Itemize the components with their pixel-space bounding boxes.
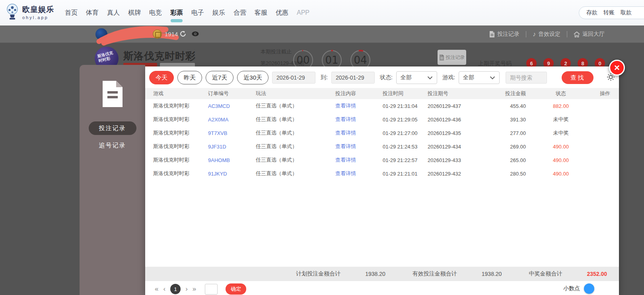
cell-bet-time: 01-29 21:22:57 <box>383 157 428 163</box>
order-number-link[interactable]: 9AHOMB <box>208 157 256 163</box>
menu-item[interactable]: 电子 <box>191 9 204 17</box>
to-label: 到: <box>321 74 328 81</box>
brand-name: 欧皇娱乐 <box>22 4 54 15</box>
deposit-link[interactable]: 存款 <box>586 9 597 16</box>
eye-icon[interactable] <box>191 30 199 39</box>
order-number-link[interactable]: 9JF31D <box>208 144 256 150</box>
total-label: 计划投注金额合计 <box>296 270 340 277</box>
document-icon <box>439 55 444 61</box>
menu-item[interactable]: 合营 <box>233 9 246 17</box>
menu-item[interactable]: 棋牌 <box>128 9 141 17</box>
view-details-link[interactable]: 查看详情 <box>335 129 383 137</box>
order-number-link[interactable]: A2X0MA <box>208 117 256 123</box>
first-page-button[interactable]: « <box>155 284 158 294</box>
total-value: 2352.00 <box>587 271 607 277</box>
decimal-label: 小数点 <box>563 285 580 292</box>
coin-icon <box>153 29 162 39</box>
total-segment: 计划投注金额合计 1938.20 <box>296 270 385 277</box>
modal-close-button[interactable]: × <box>609 60 625 76</box>
status-badge: 490.00 <box>533 157 589 163</box>
cell-bet-time: 01-29 21:27:00 <box>383 130 428 136</box>
quick-range-button[interactable]: 近7天 <box>206 71 233 84</box>
back-lobby-link[interactable]: 返回大厅 <box>574 31 605 38</box>
order-number-link[interactable]: 9T7XVB <box>208 130 256 136</box>
last-page-button[interactable]: » <box>193 284 196 294</box>
game-select[interactable]: 全部 <box>459 71 500 84</box>
total-segment: 中奖金额合计 2352.00 <box>529 270 607 277</box>
view-details-link[interactable]: 查看详情 <box>335 156 383 164</box>
status-badge: 490.00 <box>533 144 589 150</box>
bet-record-button[interactable]: 投注记录 <box>438 50 466 65</box>
cell-amount: 265.00 <box>489 157 533 163</box>
date-from-input[interactable] <box>272 72 315 84</box>
cell-amount: 391.30 <box>489 117 533 123</box>
menu-item[interactable]: 彩票 <box>170 9 183 17</box>
decimal-toggle[interactable] <box>584 283 594 294</box>
sound-settings-link[interactable]: ♪ 音效设定 <box>533 31 560 38</box>
cell-period: 20260129-434 <box>428 144 489 150</box>
table-row: 斯洛伐克时时彩 AC3MCD 任三直选（单式） 查看详情 01-29 21:31… <box>145 99 619 113</box>
sidebar-item-chase-records[interactable]: 追号记录 <box>89 139 136 152</box>
filter-bar: 今天 昨天 近7天 近30天 到: 状态: 全部 游戏: 全部 查找 <box>145 66 619 88</box>
view-details-link[interactable]: 查看详情 <box>335 170 383 177</box>
menu-item[interactable]: 电竞 <box>149 9 162 17</box>
game-label: 游戏: <box>442 74 455 81</box>
cell-bet-time: 01-29 21:31:04 <box>383 103 428 109</box>
quick-range-button[interactable]: 近30天 <box>237 71 268 84</box>
cell-play-type: 任三直选（单式） <box>256 156 335 164</box>
cell-bet-time: 01-29 21:24:53 <box>383 144 428 150</box>
view-details-link[interactable]: 查看详情 <box>335 143 383 150</box>
cell-amount: 277.00 <box>489 130 533 136</box>
order-number-link[interactable]: AC3MCD <box>208 103 256 109</box>
cell-period: 20260129-435 <box>428 130 489 136</box>
transfer-link[interactable]: 转账 <box>603 9 615 16</box>
quick-range-button[interactable]: 昨天 <box>177 71 202 84</box>
refresh-icon[interactable] <box>179 30 187 39</box>
table-row: 斯洛伐克时时彩 91JKYD 任三直选（单式） 查看详情 01-29 21:21… <box>145 167 619 180</box>
menu-item[interactable]: 体育 <box>86 9 99 17</box>
sidebar-item-bet-records[interactable]: 投注记录 <box>89 121 136 135</box>
quick-range-button[interactable]: 今天 <box>149 71 174 84</box>
chevron-down-icon <box>490 76 495 80</box>
page-jump-confirm-button[interactable]: 确定 <box>226 283 246 295</box>
cell-game: 斯洛伐克时时彩 <box>145 116 208 123</box>
cell-play-type: 任三直选（单式） <box>256 170 335 177</box>
document-icon <box>489 31 495 37</box>
home-icon <box>574 31 580 37</box>
order-number-link[interactable]: 91JKYD <box>208 171 256 177</box>
table-row: 斯洛伐克时时彩 9T7XVB 任三直选（单式） 查看详情 01-29 21:27… <box>145 126 619 140</box>
cell-period: 20260129-436 <box>428 117 489 123</box>
withdraw-link[interactable]: 取款 <box>621 9 632 16</box>
date-to-input[interactable] <box>331 72 375 84</box>
search-button[interactable]: 查找 <box>562 71 593 84</box>
bet-record-link[interactable]: 投注记录 <box>489 31 519 38</box>
view-details-link[interactable]: 查看详情 <box>335 116 383 123</box>
total-value: 1938.20 <box>482 271 502 277</box>
trophy-ball-icon <box>6 3 19 21</box>
brand-logo[interactable]: 欧皇娱乐 ohyl.app <box>6 3 54 21</box>
table-row: 斯洛伐克时时彩 9AHOMB 任三直选（单式） 查看详情 01-29 21:22… <box>145 153 619 167</box>
period-search-input[interactable] <box>506 72 547 84</box>
total-label: 中奖金额合计 <box>529 270 562 277</box>
music-note-icon: ♪ <box>533 31 536 38</box>
prev-page-button[interactable]: ‹ <box>163 284 165 294</box>
status-badge: 未中奖 <box>533 129 589 137</box>
menu-item[interactable]: 客服 <box>255 9 267 17</box>
table-body: 斯洛伐克时时彩 AC3MCD 任三直选（单式） 查看详情 01-29 21:31… <box>145 99 619 180</box>
next-page-button[interactable]: › <box>185 284 188 294</box>
menu-item[interactable]: 娱乐 <box>212 9 225 17</box>
menu-item[interactable]: 首页 <box>65 9 78 17</box>
view-details-link[interactable]: 查看详情 <box>335 102 383 109</box>
table-row: 斯洛伐克时时彩 9JF31D 任三直选（单式） 查看详情 01-29 21:24… <box>145 140 619 153</box>
top-nav: 欧皇娱乐 ohyl.app 首页 体育 真人 棋牌 电竞 彩票 电子 娱乐 合营… <box>0 0 644 25</box>
separator <box>526 31 526 37</box>
status-select[interactable]: 全部 <box>396 71 437 84</box>
menu-item[interactable]: 真人 <box>107 9 120 17</box>
total-label: 有效投注金额合计 <box>412 270 457 277</box>
chevron-down-icon <box>427 76 433 80</box>
menu-item[interactable]: APP <box>297 9 309 16</box>
page-jump-input[interactable] <box>205 284 218 295</box>
table-header: 游戏 订单编号 玩法 投注内容 投注时间 投注期号 投注金额 状态 操作 <box>145 88 619 99</box>
menu-item[interactable]: 优惠 <box>276 9 288 17</box>
game-subheader: 1914 投注记录 <box>0 25 644 43</box>
